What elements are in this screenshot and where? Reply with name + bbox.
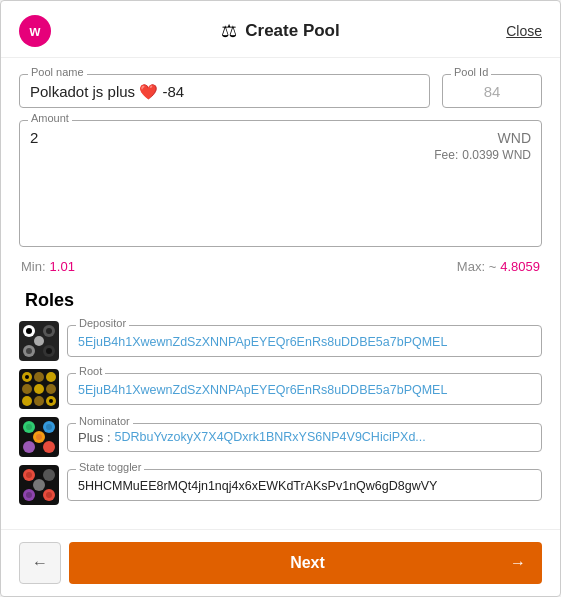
root-label: Root bbox=[76, 365, 105, 377]
pool-name-field: Pool name Polkadot js plus ❤️ -84 bbox=[19, 74, 430, 108]
min-max-row: Min: 1.01 Max: ~ 4.8059 bbox=[19, 259, 542, 274]
svg-point-29 bbox=[46, 424, 52, 430]
roles-section: Roles bbox=[19, 290, 542, 513]
nominator-avatar bbox=[19, 417, 59, 457]
svg-point-28 bbox=[26, 424, 32, 430]
next-button-label: Next bbox=[105, 554, 510, 572]
svg-point-38 bbox=[46, 492, 52, 498]
depositor-row: Depositor 5EjuB4h1XwewnZdSzXNNPApEYEQr6E… bbox=[19, 321, 542, 361]
pool-name-row: Pool name Polkadot js plus ❤️ -84 Pool I… bbox=[19, 74, 542, 108]
svg-point-20 bbox=[25, 375, 29, 379]
svg-point-33 bbox=[43, 469, 55, 481]
fee-row: Fee: 0.0399 WND bbox=[30, 148, 531, 162]
state-toggler-label: State toggler bbox=[76, 461, 144, 473]
page-title: Create Pool bbox=[245, 21, 339, 41]
svg-point-16 bbox=[46, 384, 56, 394]
fee-label: Fee: bbox=[434, 148, 458, 162]
pool-id-value: 84 bbox=[453, 83, 531, 100]
pool-name-label: Pool name bbox=[28, 66, 87, 78]
pool-name-value: Polkadot js plus ❤️ -84 bbox=[30, 83, 184, 100]
next-arrow-icon: → bbox=[510, 554, 526, 572]
nominator-value-row: Plus : 5DRbuYvzokyX7X4QDxrk1BNRxYS6NP4V9… bbox=[78, 430, 531, 445]
state-toggler-row: State toggler 5HHCMMuEE8rMQt4jn1nqj4x6xE… bbox=[19, 465, 542, 505]
next-button[interactable]: Next → bbox=[69, 542, 542, 584]
pool-icon: ⚖ bbox=[221, 20, 237, 42]
svg-point-12 bbox=[34, 372, 44, 382]
amount-value-row: 2 WND bbox=[30, 129, 531, 146]
svg-point-37 bbox=[26, 472, 32, 478]
state-toggler-value: 5HHCMMuEE8rMQt4jn1nqj4x6xEWKdTrAKsPv1nQw… bbox=[78, 479, 437, 493]
svg-point-17 bbox=[22, 396, 32, 406]
svg-point-30 bbox=[36, 434, 42, 440]
header-title-section: ⚖ Create Pool bbox=[221, 20, 339, 42]
svg-point-9 bbox=[46, 348, 52, 354]
state-toggler-avatar bbox=[19, 465, 59, 505]
root-avatar bbox=[19, 369, 59, 409]
depositor-avatar bbox=[19, 321, 59, 361]
pool-id-field: Pool Id 84 bbox=[442, 74, 542, 108]
min-value: 1.01 bbox=[50, 259, 75, 274]
root-field: Root 5EjuB4h1XwewnZdSzXNNPApEYEQr6EnRs8u… bbox=[67, 373, 542, 405]
create-pool-modal: w ⚖ Create Pool Close Pool name Polkadot… bbox=[0, 0, 561, 597]
svg-point-7 bbox=[46, 328, 52, 334]
depositor-label: Depositor bbox=[76, 317, 129, 329]
roles-title: Roles bbox=[19, 290, 542, 311]
svg-point-13 bbox=[46, 372, 56, 382]
svg-point-14 bbox=[22, 384, 32, 394]
modal-header: w ⚖ Create Pool Close bbox=[1, 1, 560, 58]
depositor-field: Depositor 5EjuB4h1XwewnZdSzXNNPApEYEQr6E… bbox=[67, 325, 542, 357]
svg-point-25 bbox=[23, 441, 35, 453]
min-label: Min: bbox=[21, 259, 46, 274]
close-button[interactable]: Close bbox=[506, 23, 542, 39]
root-value: 5EjuB4h1XwewnZdSzXNNPApEYEQr6EnRs8uDDBE5… bbox=[78, 383, 447, 397]
max-value: 4.8059 bbox=[500, 259, 540, 274]
svg-point-8 bbox=[26, 348, 32, 354]
modal-body: Pool name Polkadot js plus ❤️ -84 Pool I… bbox=[1, 58, 560, 529]
amount-label: Amount bbox=[28, 112, 72, 124]
svg-point-18 bbox=[34, 396, 44, 406]
nominator-row: Nominator Plus : 5DRbuYvzokyX7X4QDxrk1BN… bbox=[19, 417, 542, 457]
app-logo: w bbox=[19, 15, 51, 47]
amount-value: 2 bbox=[30, 129, 38, 146]
svg-point-39 bbox=[26, 492, 32, 498]
pool-id-label: Pool Id bbox=[451, 66, 491, 78]
amount-currency: WND bbox=[498, 130, 531, 146]
state-toggler-field: State toggler 5HHCMMuEE8rMQt4jn1nqj4x6xE… bbox=[67, 469, 542, 501]
back-button[interactable]: ← bbox=[19, 542, 61, 584]
svg-point-26 bbox=[43, 441, 55, 453]
root-row: Root 5EjuB4h1XwewnZdSzXNNPApEYEQr6EnRs8u… bbox=[19, 369, 542, 409]
nominator-label: Nominator bbox=[76, 415, 133, 427]
max-label: Max: ~ bbox=[457, 259, 496, 274]
back-arrow-icon: ← bbox=[32, 554, 48, 572]
svg-point-6 bbox=[26, 328, 32, 334]
amount-field: Amount 2 WND Fee: 0.0399 WND bbox=[19, 120, 542, 247]
svg-point-21 bbox=[49, 399, 53, 403]
depositor-value: 5EjuB4h1XwewnZdSzXNNPApEYEQr6EnRs8uDDBE5… bbox=[78, 335, 447, 349]
nominator-value: 5DRbuYvzokyX7X4QDxrk1BNRxYS6NP4V9CHiciPX… bbox=[115, 430, 426, 444]
svg-point-15 bbox=[34, 384, 44, 394]
fee-value: 0.0399 WND bbox=[462, 148, 531, 162]
nominator-prefix: Plus : bbox=[78, 430, 111, 445]
svg-point-36 bbox=[33, 479, 45, 491]
svg-point-5 bbox=[34, 336, 44, 346]
modal-footer: ← Next → bbox=[1, 529, 560, 596]
nominator-field: Nominator Plus : 5DRbuYvzokyX7X4QDxrk1BN… bbox=[67, 423, 542, 452]
